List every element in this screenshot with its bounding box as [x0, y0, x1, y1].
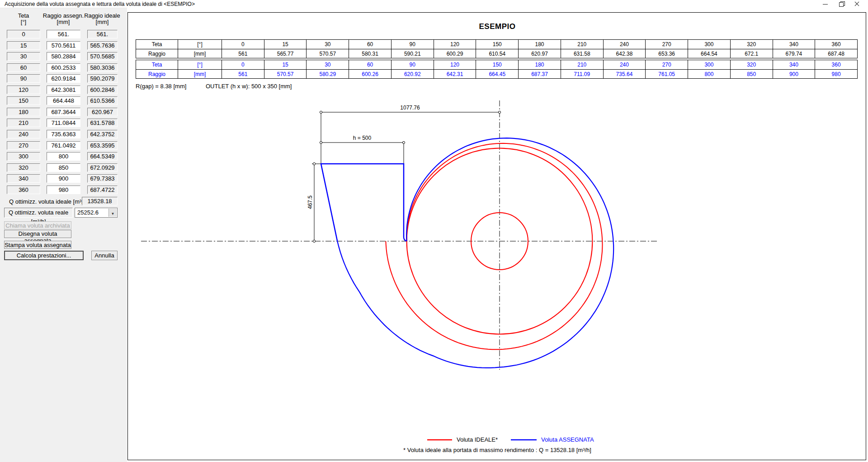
raggio-ideale-field: 590.2079: [87, 74, 118, 83]
raggio-assegnato-input[interactable]: [47, 108, 80, 116]
raggio-ideale-field: 561.: [87, 30, 118, 38]
table-cell: 320: [730, 60, 773, 69]
table-cell: 900: [773, 69, 815, 78]
raggio-assegnato-input[interactable]: [47, 174, 80, 183]
minimize-button[interactable]: [817, 0, 833, 8]
raggio-assegnato-input[interactable]: [47, 130, 80, 138]
raggio-ideale-field: 664.5349: [87, 152, 118, 161]
raggio-assegnato-input[interactable]: [47, 86, 80, 94]
raggio-ideale-field: 620.967: [87, 108, 118, 116]
table-cell: 561: [222, 49, 264, 58]
raggio-assegnato-input[interactable]: [47, 141, 80, 150]
table-cell: 30: [306, 60, 349, 69]
table-cell: 631.58: [561, 49, 603, 58]
teta-field: 300: [7, 152, 40, 161]
table-cell: 240: [603, 60, 646, 69]
raggio-assegnato-input[interactable]: [47, 52, 80, 61]
teta-field: 210: [7, 119, 40, 127]
table-cell: 180: [518, 40, 561, 49]
raggio-ideale-field: 570.5685: [87, 52, 118, 61]
teta-field: 60: [7, 63, 40, 72]
raggio-assegnato-input[interactable]: [47, 63, 80, 72]
table-cell: 561: [222, 69, 264, 78]
raggio-ideale-field: 687.4722: [87, 186, 118, 194]
table-cell: [mm]: [178, 49, 222, 58]
table-cell: 0: [222, 60, 264, 69]
input-panel: Teta [°] Raggio assegn. [mm] Raggio idea…: [0, 8, 127, 462]
table-cell: Raggio: [136, 69, 178, 78]
raggio-assegnato-input[interactable]: [47, 163, 80, 172]
drawing-area-frame: [127, 12, 866, 460]
q-ideale-value: 13528.18: [82, 197, 118, 205]
raggio-assegnato-input[interactable]: [47, 119, 80, 127]
chiama-voluta-button: Chiama voluta archiviata: [4, 221, 71, 229]
q-reale-label: Q ottimizz. voluta reale [m³/h]: [4, 208, 73, 218]
table-cell: 60: [349, 60, 391, 69]
raggio-ideale-field: 653.3595: [87, 141, 118, 150]
raggio-ideale-field: 679.7383: [87, 174, 118, 183]
table-cell: 580.29: [306, 69, 349, 78]
table-voluta-assegnata: Teta[°]015306090120150180210240270300320…: [136, 60, 858, 79]
table-cell: 360: [815, 40, 857, 49]
table-cell: 300: [688, 60, 730, 69]
table-cell: 679.74: [773, 49, 815, 58]
teta-field: 90: [7, 74, 40, 83]
table-cell: 570.57: [264, 69, 307, 78]
table-cell: 687.37: [518, 69, 561, 78]
teta-field: 240: [7, 130, 40, 138]
table-cell: 570.57: [306, 49, 349, 58]
dim-label-h500: h = 500: [335, 135, 389, 141]
raggio-assegnato-input[interactable]: [47, 96, 80, 105]
window-titlebar: Acquisizione della voluta assegnata e le…: [0, 0, 868, 8]
q-reale-dropdown[interactable]: 25252.6 ▼: [75, 208, 118, 218]
table-cell: Raggio: [136, 49, 178, 58]
dropdown-arrow-icon[interactable]: ▼: [108, 209, 117, 217]
raggio-assegnato-input[interactable]: [47, 186, 80, 194]
table-cell: 90: [391, 60, 434, 69]
disegna-voluta-button[interactable]: Disegna voluta assegnata: [4, 230, 71, 238]
table-cell: 15: [264, 60, 307, 69]
table-cell: 664.54: [688, 49, 730, 58]
table-cell: 270: [645, 40, 688, 49]
table-cell: 210: [561, 60, 603, 69]
teta-field: 150: [7, 96, 40, 105]
teta-field: 120: [7, 86, 40, 94]
table-cell: 30: [306, 40, 349, 49]
raggio-ideale-field: 580.3036: [87, 63, 118, 72]
raggio-assegnato-input[interactable]: [47, 30, 80, 38]
table-cell: [°]: [178, 40, 222, 49]
table-cell: 711.09: [561, 69, 603, 78]
raggio-assegnato-input[interactable]: [47, 152, 80, 161]
window-title: Acquisizione della voluta assegnata e le…: [5, 1, 195, 7]
teta-field: 30: [7, 52, 40, 61]
col-header-ideale-unit: [mm]: [80, 19, 125, 25]
teta-field: 270: [7, 141, 40, 150]
table-cell: 642.38: [603, 49, 646, 58]
teta-field: 360: [7, 186, 40, 194]
table-cell: 120: [434, 60, 476, 69]
table-cell: 320: [730, 40, 773, 49]
q-reale-value: 25252.6: [77, 209, 99, 216]
teta-field: 320: [7, 163, 40, 172]
close-button[interactable]: [849, 0, 865, 8]
table-cell: 610.54: [476, 49, 518, 58]
table-cell: 850: [730, 69, 773, 78]
calcola-prestazioni-button[interactable]: Calcola prestazioni...: [4, 251, 84, 260]
col-header-ideale: Raggio ideale: [80, 12, 125, 19]
teta-field: 15: [7, 41, 40, 50]
restore-button[interactable]: [833, 0, 849, 8]
table-cell: 672.1: [730, 49, 773, 58]
table-cell: 600.26: [349, 69, 391, 78]
raggio-assegnato-input[interactable]: [47, 74, 80, 83]
col-header-assegn-unit: [mm]: [41, 19, 86, 25]
legend-label-ideale: Voluta IDEALE*: [457, 436, 498, 443]
table-cell: 800: [688, 69, 730, 78]
col-header-teta: Teta: [5, 12, 42, 19]
teta-field: 180: [7, 108, 40, 116]
outlet-text: OUTLET (h x w): 500 x 350 [mm]: [206, 83, 292, 90]
stampa-voluta-button[interactable]: Stampa voluta assegnata: [4, 241, 71, 249]
annulla-button[interactable]: Annulla: [91, 251, 118, 260]
footnote: * Voluta ideale alla portata di massimo …: [128, 447, 867, 453]
raggio-ideale-field: 565.7636: [87, 41, 118, 50]
raggio-assegnato-input[interactable]: [47, 41, 80, 50]
